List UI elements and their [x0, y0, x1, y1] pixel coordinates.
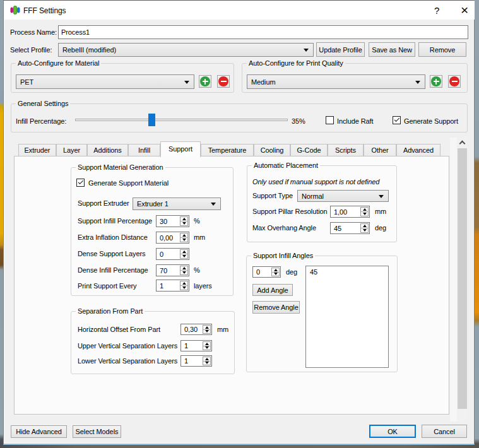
spin-up-icon[interactable] [363, 225, 367, 227]
spin-down-icon[interactable] [274, 273, 278, 275]
spin-down-button[interactable] [180, 238, 187, 242]
spin-up-icon[interactable] [274, 269, 278, 271]
spin-up-icon[interactable] [363, 208, 367, 211]
upper-vertical-separation-spinbox[interactable]: 1 [180, 340, 212, 351]
spin-up-icon[interactable] [182, 251, 186, 253]
tab-cooling[interactable]: Cooling [254, 144, 290, 156]
horizontal-offset-spinbox[interactable]: 0,30 [180, 324, 212, 335]
remove-button[interactable]: Remove [418, 42, 466, 57]
spin-down-button[interactable] [203, 330, 210, 334]
add-angle-button[interactable]: Add Angle [252, 284, 293, 296]
tab-temperature[interactable]: Temperature [201, 144, 254, 156]
lower-vertical-separation-spinbox[interactable]: 1 [180, 355, 212, 367]
tab-infill[interactable]: Infill [128, 144, 160, 156]
spin-up-icon[interactable] [205, 358, 209, 360]
support-type-combobox[interactable]: Normal [297, 190, 389, 202]
material-add-button[interactable] [199, 75, 211, 88]
cancel-button[interactable]: Cancel [422, 425, 467, 438]
close-button[interactable]: × [456, 1, 473, 20]
infill-slider-groove[interactable] [75, 119, 288, 121]
spin-down-icon[interactable] [363, 213, 367, 215]
ok-button[interactable]: OK [369, 425, 416, 438]
tab-advanced[interactable]: Advanced [396, 144, 441, 156]
quality-add-button[interactable] [430, 75, 442, 88]
tab-layer[interactable]: Layer [56, 144, 87, 156]
max-overhang-angle-spinbox[interactable]: 45 [330, 222, 370, 234]
spin-buttons[interactable] [180, 233, 188, 242]
quality-remove-button[interactable] [448, 75, 461, 88]
tab-support[interactable]: Support [160, 141, 201, 157]
help-button[interactable]: ? [429, 1, 445, 20]
dense-infill-percentage-spinbox[interactable]: 70 [156, 264, 189, 276]
spin-buttons[interactable] [180, 249, 188, 259]
dense-support-layers-spinbox[interactable]: 0 [156, 248, 189, 260]
spin-buttons[interactable] [271, 268, 280, 276]
spin-up-icon[interactable] [205, 326, 209, 329]
material-remove-button[interactable] [217, 75, 230, 88]
spin-buttons[interactable] [203, 325, 211, 334]
process-name-input[interactable] [58, 25, 468, 39]
spin-buttons[interactable] [180, 266, 188, 275]
spin-buttons[interactable] [180, 281, 188, 290]
spin-up-icon[interactable] [205, 343, 209, 345]
spin-down-button[interactable] [203, 346, 210, 350]
spin-buttons[interactable] [203, 357, 211, 365]
tab-extruder[interactable]: Extruder [18, 144, 56, 156]
support-pillar-resolution-spinbox[interactable]: 1,00 [330, 206, 370, 218]
include-raft-checkbox[interactable] [326, 116, 334, 124]
hide-advanced-button[interactable]: Hide Advanced [11, 425, 67, 438]
spin-down-icon[interactable] [182, 255, 186, 257]
tab-gcode[interactable]: G-Code [290, 144, 328, 156]
print-support-every-spinbox[interactable]: 1 [156, 280, 189, 292]
spin-down-button[interactable] [361, 212, 368, 216]
spin-buttons[interactable] [203, 341, 211, 350]
infill-angle-spinbox[interactable]: 0 [252, 266, 281, 278]
scrollbar-thumb[interactable] [458, 148, 467, 409]
spin-up-icon[interactable] [182, 282, 186, 285]
scrollbar[interactable] [457, 138, 468, 421]
support-infill-percentage-spinbox[interactable]: 30 [156, 215, 189, 227]
extra-inflation-distance-spinbox[interactable]: 0,00 [156, 232, 189, 244]
generate-support-material-checkbox[interactable] [76, 179, 85, 187]
spin-down-button[interactable] [272, 273, 279, 276]
remove-angle-button[interactable]: Remove Angle [252, 301, 300, 314]
tab-additions[interactable]: Additions [87, 144, 128, 156]
spin-down-icon[interactable] [182, 239, 186, 241]
spin-down-icon[interactable] [205, 330, 209, 333]
spin-up-icon[interactable] [182, 234, 186, 237]
spin-down-button[interactable] [180, 254, 187, 258]
tab-other[interactable]: Other [364, 144, 396, 156]
spin-down-icon[interactable] [363, 229, 367, 232]
spin-up-icon[interactable] [182, 218, 186, 220]
infill-angles-listbox[interactable]: 45 [305, 266, 389, 368]
spin-down-button[interactable] [180, 286, 187, 290]
spin-down-button[interactable] [180, 221, 187, 225]
spin-down-icon[interactable] [182, 222, 186, 225]
scroll-up-icon[interactable] [459, 141, 466, 147]
spin-down-button[interactable] [203, 362, 210, 365]
quality-combobox[interactable]: Medium [247, 74, 425, 89]
spin-down-button[interactable] [361, 228, 368, 232]
horizontal-offset-label: Horizontal Offset From Part [78, 325, 160, 334]
spin-buttons[interactable] [180, 216, 188, 226]
spin-up-icon[interactable] [182, 267, 186, 269]
spin-down-icon[interactable] [205, 362, 209, 364]
select-models-button[interactable]: Select Models [73, 425, 121, 438]
profile-combobox[interactable]: RebelII (modified) [58, 43, 314, 57]
title-bar[interactable]: FFF Settings ? × [4, 1, 475, 20]
spin-down-button[interactable] [180, 271, 187, 274]
generate-support-checkbox[interactable] [393, 116, 401, 124]
include-raft-label: Include Raft [337, 117, 374, 126]
update-profile-button[interactable]: Update Profile [316, 42, 365, 57]
save-as-new-button[interactable]: Save as New [369, 42, 415, 57]
spin-down-icon[interactable] [182, 271, 186, 274]
spin-buttons[interactable] [360, 207, 369, 216]
infill-slider-handle[interactable] [148, 114, 155, 126]
tab-scripts[interactable]: Scripts [328, 144, 364, 156]
angle-list-item[interactable]: 45 [306, 266, 388, 276]
spin-down-icon[interactable] [205, 346, 209, 349]
spin-buttons[interactable] [360, 223, 369, 233]
material-combobox[interactable]: PET [16, 74, 194, 89]
spin-down-icon[interactable] [182, 286, 186, 289]
support-extruder-combobox[interactable]: Extruder 1 [133, 197, 221, 210]
